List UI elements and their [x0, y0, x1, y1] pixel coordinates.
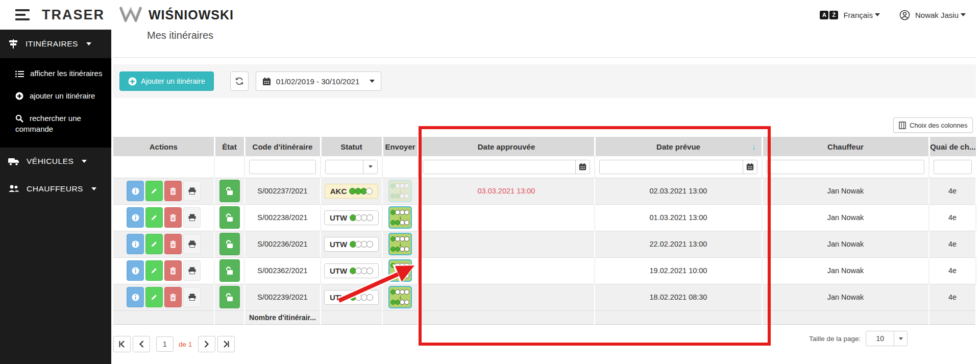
code-filter-input[interactable] [249, 160, 316, 174]
print-button[interactable] [183, 260, 201, 281]
refresh-button[interactable] [230, 71, 249, 91]
user-menu[interactable]: Nowak Jasiu [915, 11, 966, 19]
column-header-statut[interactable]: Statut [321, 137, 382, 156]
send-button[interactable]: ↓ [388, 233, 412, 255]
table-row: S/002238/2021 UTW ↓ 01.03.2021 13:00 Jan… [113, 204, 976, 231]
unlock-button[interactable] [219, 206, 240, 229]
printer-icon [188, 187, 196, 195]
previous-page-button[interactable] [133, 336, 150, 352]
translate-icon: AŻ [820, 11, 838, 19]
date-prevue: 22.02.2021 13:00 [595, 231, 762, 257]
unlock-button[interactable] [219, 233, 240, 255]
date-prevue-calendar-button[interactable] [743, 160, 757, 174]
page-number-input[interactable] [156, 336, 174, 352]
unlock-button[interactable] [219, 180, 240, 202]
hamburger-menu-icon[interactable] [15, 9, 31, 20]
trash-icon [169, 267, 177, 275]
chauffeur-filter-input[interactable] [767, 160, 924, 174]
print-button[interactable] [183, 234, 201, 254]
quai-filter-input[interactable] [934, 160, 972, 174]
chevron-down-icon [875, 13, 880, 16]
date-range-picker[interactable]: 01/02/2019 - 30/10/2021 [256, 71, 381, 91]
send-button[interactable]: ↓ [388, 286, 412, 308]
sort-desc-icon: ↓ [752, 141, 756, 152]
edit-button[interactable] [145, 234, 163, 254]
itinerary-code: S/002237/2021 [244, 178, 321, 204]
sidebar-item-itineraires[interactable]: ITINÉRAIRES [0, 30, 111, 58]
table-footer-row: Nombre d'itinérair... [113, 310, 976, 324]
user-icon [899, 10, 910, 20]
date-approuvee-calendar-button[interactable] [575, 160, 590, 174]
quai-value: 4e [929, 231, 976, 257]
print-button[interactable] [183, 287, 201, 307]
column-header-code[interactable]: Code d'itinéraire [244, 137, 321, 156]
delete-button[interactable] [164, 260, 182, 281]
sidebar-item-label: ITINÉRAIRES [26, 39, 78, 48]
edit-button[interactable] [145, 207, 163, 228]
column-header-etat[interactable]: État [214, 137, 244, 156]
add-itinerary-button[interactable]: Ajouter un itinéraire [119, 71, 214, 91]
signpost-icon [8, 39, 18, 49]
column-header-date-approuvee[interactable]: Date approuvée [418, 137, 595, 156]
delete-button[interactable] [164, 287, 182, 307]
page-size-dropdown-button[interactable] [894, 331, 907, 346]
sidebar-item-chauffeurs[interactable]: CHAUFFEURS [0, 175, 111, 203]
column-header-chauffeur[interactable]: Chauffeur [762, 137, 929, 156]
info-button[interactable] [127, 181, 144, 201]
column-header-actions[interactable]: Actions [113, 137, 214, 156]
delete-button[interactable] [164, 207, 182, 228]
pencil-icon [151, 267, 158, 274]
info-button[interactable] [127, 234, 144, 254]
sidebar-item-afficher-itineraires[interactable]: afficher les itinéraires [0, 62, 111, 85]
status-dots [351, 268, 373, 274]
chauffeur-name: Jan Nowak [762, 284, 929, 310]
last-page-button[interactable] [217, 336, 235, 352]
language-menu[interactable]: Français [843, 11, 880, 19]
info-icon [132, 214, 139, 222]
status-code: UTW [330, 240, 347, 249]
info-button[interactable] [127, 287, 144, 307]
itinerary-count-label: Nombre d'itinérair... [244, 310, 321, 324]
date-prevue-filter-input[interactable] [600, 160, 743, 174]
print-button[interactable] [183, 181, 201, 201]
print-button[interactable] [183, 207, 201, 228]
delete-button[interactable] [164, 181, 182, 201]
sidebar-item-rechercher-commande[interactable]: rechercher une commande [0, 107, 111, 141]
pencil-icon [151, 187, 158, 195]
chevron-down-icon [91, 187, 96, 190]
column-header-quai[interactable]: Quai de ch... [929, 137, 976, 156]
first-page-button[interactable] [113, 336, 131, 352]
next-page-button[interactable] [198, 336, 215, 352]
send-button: ↓ [388, 180, 412, 202]
truck-icon [8, 157, 19, 166]
column-header-date-prevue[interactable]: Date prévue↓ [595, 137, 762, 156]
date-approuvee-filter-input[interactable] [423, 160, 575, 174]
edit-button[interactable] [145, 181, 163, 201]
chevron-right-icon [204, 341, 209, 348]
unlock-button[interactable] [219, 286, 240, 308]
edit-button[interactable] [145, 260, 163, 281]
send-button[interactable]: ↓ [388, 259, 412, 282]
statut-filter-input[interactable] [326, 160, 363, 174]
sidebar-item-vehicules[interactable]: VÉHICULES [0, 148, 111, 175]
status-badge: AKC [325, 184, 379, 199]
date-prevue: 18.02.2021 08:30 [595, 284, 762, 310]
sidebar-item-ajouter-itineraire[interactable]: ajouter un itinéraire [0, 85, 111, 107]
delete-button[interactable] [164, 234, 182, 254]
app-title: TRASER [42, 7, 105, 23]
column-header-envoyer[interactable]: Envoyer [382, 137, 418, 156]
chevron-down-icon [369, 165, 373, 168]
itinerary-code: S/002236/2021 [244, 231, 321, 257]
info-button[interactable] [127, 260, 144, 281]
edit-button[interactable] [145, 287, 163, 307]
choose-columns-button[interactable]: Choix des colonnes [893, 117, 973, 133]
send-button[interactable]: ↓ [388, 206, 412, 229]
date-approuvee [418, 257, 595, 284]
top-bar: TRASER WIŚNIOWSKI AŻ Français Nowak Jasi… [0, 0, 980, 30]
statut-filter-dropdown-button[interactable] [363, 160, 377, 174]
info-button[interactable] [127, 207, 144, 228]
page-size-select[interactable]: 10 [866, 331, 908, 346]
sidebar: ITINÉRAIRES afficher les itinéraires ajo… [0, 30, 111, 364]
unlock-button[interactable] [219, 259, 240, 282]
filter-cell-actions [113, 156, 214, 178]
